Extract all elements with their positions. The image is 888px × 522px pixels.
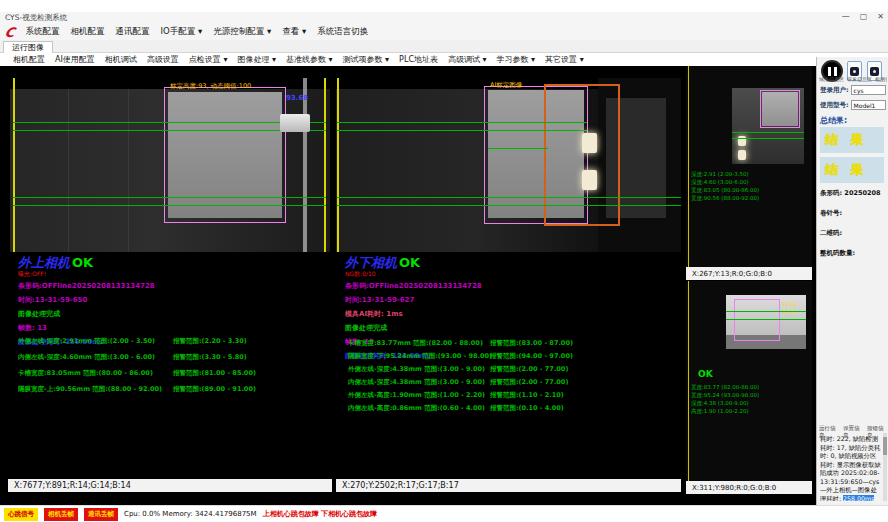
alarm-range: 报警范围:(1.10 - 2.10) bbox=[490, 391, 564, 404]
small-camera-viewport-1[interactable]: 深度:2.91 (2.00-3.50) 深度:4.60 (3.00-6.00) … bbox=[686, 66, 812, 267]
thumbnail-image: 93.69 96.36 bbox=[726, 295, 806, 349]
zone-tab-2[interactable]: 研发信息区 bbox=[847, 76, 872, 82]
zone-tab-3[interactable]: 检测信息区 bbox=[875, 76, 887, 82]
window-controls: — ▢ ✕ bbox=[842, 12, 884, 21]
measurement-text: 外侧左线-深度:4.38mm 范围:(3.00 - 9.00) bbox=[348, 365, 490, 378]
toolbar-camera-debug[interactable]: 相机调试 bbox=[100, 54, 142, 65]
measure-line bbox=[337, 122, 587, 123]
login-row: 登录用户: cys bbox=[820, 85, 886, 95]
small-panel-1-status-line: X:267;Y:13;R:0;G:0;B:0 bbox=[686, 267, 812, 280]
toolbar-learn-params[interactable]: 学习参数 ▾ bbox=[492, 54, 541, 65]
zone-tabs: 城点信息区 研发信息区 检测信息区 bbox=[819, 76, 887, 82]
mid-result-ok: OK bbox=[399, 255, 420, 270]
minimize-button[interactable]: — bbox=[842, 12, 850, 21]
toolbar-plc-table[interactable]: PLC地址表 bbox=[394, 54, 443, 65]
small-camera-viewport-2[interactable]: 93.69 96.36 OK 宽度:83.77 (82.00-88.00) 宽度… bbox=[686, 281, 812, 481]
measurement-row: 隔膜宽度-上:90.56mm 范围:(88.00 - 92.00) 报警范围:(… bbox=[18, 385, 256, 401]
bright-edge bbox=[303, 78, 307, 252]
result-box-1: 结 果 bbox=[820, 127, 884, 153]
maximize-button[interactable]: ▢ bbox=[860, 12, 868, 21]
menu-item-camera-config[interactable]: 相机配置 bbox=[71, 26, 105, 38]
left-camera-viewport[interactable]: 标定高度:93, 动态阈值:100 93.68 bbox=[10, 78, 330, 252]
result-line: 深度:4.38 (3.00-9.00) bbox=[691, 399, 759, 407]
heartbeat-badge: 心跳信号 bbox=[4, 508, 38, 521]
measurement-text: 外侧左线-高度:1.90mm 范围:(1.00 - 2.20) bbox=[348, 391, 490, 404]
mid-time: 时间:13-31-59-627 bbox=[345, 295, 655, 305]
result-line: 深度:2.91 (2.00-3.50) bbox=[691, 170, 759, 178]
alarm-range: 报警范围:(2.00 - 77.00) bbox=[490, 365, 568, 378]
measure-line bbox=[337, 205, 681, 206]
result-box-2: 结 果 bbox=[820, 157, 884, 183]
left-measurement-list: 外侧左线-深度:2.91mm 范围:(2.00 - 3.50) 报警范围:(2.… bbox=[18, 337, 256, 401]
menu-item-language[interactable]: 系统语言切换 bbox=[317, 26, 368, 38]
thumb-roi bbox=[734, 299, 780, 341]
toolbar-ai-config[interactable]: AI使用配置 bbox=[50, 54, 100, 65]
left-sub-status: 曝光:OFF! bbox=[18, 270, 328, 277]
left-guide-line bbox=[337, 78, 339, 252]
alarm-range: 报警范围:(2.20 - 3.30) bbox=[173, 337, 247, 353]
measurement-row: 外侧左线-深度:4.38mm 范围:(3.00 - 9.00) 报警范围:(2.… bbox=[348, 365, 573, 378]
camera-icon bbox=[870, 67, 879, 76]
roi-rectangle bbox=[164, 87, 286, 223]
menu-item-view[interactable]: 查看 ▾ bbox=[282, 26, 306, 38]
measurement-text: 隔膜宽度-上:90.56mm 范围:(88.00 - 92.00) bbox=[18, 385, 173, 401]
log-scrollbar[interactable] bbox=[883, 433, 887, 501]
bright-led bbox=[582, 133, 597, 153]
measure-line bbox=[13, 197, 326, 198]
measurement-row: 内侧左线-深度:4.60mm 范围:(3.00 - 6.00) 报警范围:(3.… bbox=[18, 353, 256, 369]
measure-line bbox=[488, 148, 548, 149]
menu-item-comm-config[interactable]: 通讯配置 bbox=[116, 26, 150, 38]
thumb-value: 96.36 bbox=[782, 309, 796, 315]
measurement-text: 内侧左线-高度:0.86mm 范围:(0.60 - 4.00) bbox=[348, 404, 490, 417]
tab-run-image[interactable]: 运行图像 bbox=[3, 41, 53, 53]
comm-loss-badge: 通讯丢帧 bbox=[84, 508, 118, 521]
left-barcode: 条形码:OFFline20250208133134728 bbox=[18, 281, 328, 291]
app-window: CYS-视觉检测系统 — ▢ ✕ C 系统配置 相机配置 通讯配置 IO手配置 … bbox=[0, 0, 888, 522]
login-label: 登录用户: bbox=[820, 86, 849, 95]
toolbar-camera-config[interactable]: 相机配置 bbox=[8, 54, 50, 65]
result-line: 宽度:90.56 (88.00-92.00) bbox=[691, 194, 759, 202]
toolbar: 相机配置 AI使用配置 相机调试 高级设置 点检设置 ▾ 图像处理 ▾ 基准线参… bbox=[0, 53, 816, 66]
menu-item-io-config[interactable]: IO手配置 ▾ bbox=[161, 26, 203, 38]
log-highlight: 258.00ms bbox=[843, 495, 874, 502]
status-bar: 心跳信号 相机丢帧 通讯丢帧 Cpu: 0.0% Memory: 3424.41… bbox=[0, 505, 888, 522]
zone-tab-1[interactable]: 城点信息区 bbox=[819, 76, 844, 82]
heartbeat-error-text: 上相机心跳包故障 下相机心跳包故障 bbox=[263, 509, 377, 519]
bright-led bbox=[582, 170, 597, 190]
scrollbar-thumb[interactable] bbox=[883, 437, 887, 455]
result-line: 宽度:95.24 (93.00-98.00) bbox=[691, 391, 759, 399]
machine-seam bbox=[68, 89, 69, 252]
close-button[interactable]: ✕ bbox=[877, 12, 884, 21]
run-log: 耗时: 222, 缺陷检测耗时: 17, 缺陷分类耗时: 0, 缺陷视频分区耗时… bbox=[820, 435, 882, 501]
toolbar-baseline-params[interactable]: 基准线参数 ▾ bbox=[281, 54, 338, 65]
toolbar-advanced-settings[interactable]: 高级设置 bbox=[142, 54, 184, 65]
model-row: 使用型号: Model1 bbox=[820, 100, 886, 110]
guide-line bbox=[688, 66, 689, 267]
thumb-roi bbox=[760, 90, 800, 128]
alarm-range: 报警范围:(89.00 - 91.00) bbox=[173, 385, 256, 401]
mid-camera-viewport[interactable]: AI标定图像 bbox=[336, 78, 681, 252]
measurement-row: 内侧左线-深度:4.38mm 范围:(3.00 - 9.00) 报警范围:(2.… bbox=[348, 378, 573, 391]
title-bar: CYS-视觉检测系统 — ▢ ✕ bbox=[0, 12, 888, 24]
measurement-text: 卡槽宽度:83.05mm 范围:(80.00 - 86.00) bbox=[18, 369, 173, 385]
small-panel-1-results: 深度:2.91 (2.00-3.50) 深度:4.60 (3.00-6.00) … bbox=[691, 170, 759, 202]
toolbar-test-params[interactable]: 测试项参数 ▾ bbox=[338, 54, 395, 65]
alarm-range: 报警范围:(94.00 - 97.00) bbox=[490, 352, 573, 365]
measure-line bbox=[337, 197, 681, 198]
toolbar-image-process[interactable]: 图像处理 ▾ bbox=[232, 54, 281, 65]
menu-item-light-config[interactable]: 光源控制配置 ▾ bbox=[213, 26, 271, 38]
measure-line bbox=[726, 311, 806, 312]
result-line: 宽度:83.05 (80.00-86.00) bbox=[691, 186, 759, 194]
machine-seam bbox=[128, 89, 129, 252]
login-field[interactable]: cys bbox=[851, 85, 886, 95]
menu-item-system-config[interactable]: 系统配置 bbox=[26, 26, 60, 38]
alarm-range: 报警范围:(2.00 - 77.00) bbox=[490, 378, 568, 391]
mid-sub-status: NG数:0/10 bbox=[345, 270, 655, 277]
measurement-row: 外侧左线-高度:1.90mm 范围:(1.00 - 2.20) 报警范围:(1.… bbox=[348, 391, 573, 404]
window-title: CYS-视觉检测系统 bbox=[5, 13, 67, 23]
toolbar-other-settings[interactable]: 其它设置 ▾ bbox=[540, 54, 589, 65]
model-field[interactable]: Model1 bbox=[851, 100, 886, 110]
toolbar-spot-check[interactable]: 点检设置 ▾ bbox=[184, 54, 233, 65]
toolbar-advanced-debug[interactable]: 高级调试 ▾ bbox=[443, 54, 492, 65]
mid-camera-title: 外下相机OK bbox=[345, 256, 655, 270]
